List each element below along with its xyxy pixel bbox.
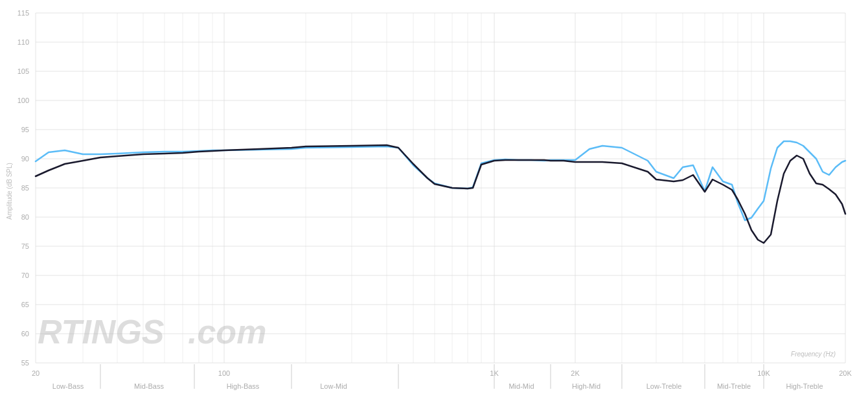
svg-text:95: 95 bbox=[21, 126, 29, 133]
svg-text:80: 80 bbox=[21, 213, 29, 221]
frequency-response-chart: 115 110 105 100 95 90 85 80 75 70 65 60 … bbox=[0, 0, 868, 416]
svg-text:High-Bass: High-Bass bbox=[227, 382, 260, 390]
svg-text:RTINGS: RTINGS bbox=[38, 313, 165, 351]
svg-text:Low-Bass: Low-Bass bbox=[52, 382, 84, 390]
svg-text:Mid-Mid: Mid-Mid bbox=[508, 382, 534, 390]
svg-text:Mid-Bass: Mid-Bass bbox=[134, 382, 164, 390]
svg-text:115: 115 bbox=[17, 9, 29, 17]
svg-text:Mid-Treble: Mid-Treble bbox=[717, 382, 751, 390]
svg-text:.com: .com bbox=[188, 313, 266, 351]
svg-text:2K: 2K bbox=[571, 369, 580, 377]
svg-text:100: 100 bbox=[17, 97, 29, 104]
svg-text:High-Mid: High-Mid bbox=[572, 382, 600, 390]
svg-text:20: 20 bbox=[32, 369, 40, 377]
svg-text:High-Treble: High-Treble bbox=[786, 382, 823, 390]
svg-text:100: 100 bbox=[218, 369, 230, 377]
svg-text:Amplitude (dB SPL): Amplitude (dB SPL) bbox=[6, 163, 13, 220]
svg-text:65: 65 bbox=[21, 301, 29, 308]
svg-text:20K: 20K bbox=[839, 369, 852, 377]
svg-text:Low-Treble: Low-Treble bbox=[646, 382, 682, 390]
svg-text:Low-Mid: Low-Mid bbox=[320, 382, 347, 390]
svg-text:55: 55 bbox=[21, 359, 29, 367]
svg-text:70: 70 bbox=[21, 272, 29, 279]
chart-container: 115 110 105 100 95 90 85 80 75 70 65 60 … bbox=[0, 0, 868, 416]
svg-text:85: 85 bbox=[21, 184, 29, 192]
svg-text:90: 90 bbox=[21, 155, 29, 163]
svg-text:Frequency (Hz): Frequency (Hz) bbox=[791, 351, 836, 358]
svg-text:75: 75 bbox=[21, 242, 29, 250]
svg-text:60: 60 bbox=[21, 330, 29, 338]
svg-text:110: 110 bbox=[17, 38, 29, 46]
svg-text:105: 105 bbox=[17, 67, 29, 75]
